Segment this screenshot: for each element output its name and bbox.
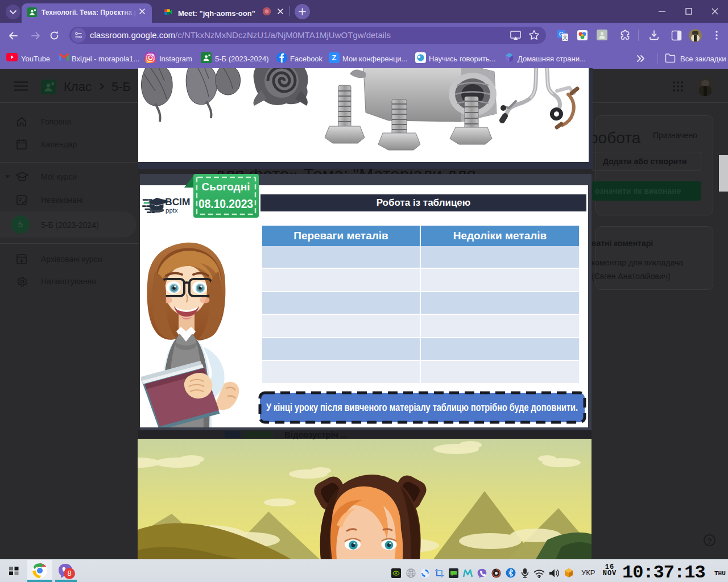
svg-text:У кінці уроку після вивченого: У кінці уроку після вивченого матеріалу …	[266, 402, 578, 413]
svg-text:08.10.2023: 08.10.2023	[198, 197, 253, 211]
svg-text:pptx: pptx	[166, 207, 178, 214]
svg-text:文: 文	[562, 35, 568, 40]
svg-text:Z: Z	[332, 53, 337, 62]
svg-text:Сьогодні: Сьогодні	[202, 181, 250, 193]
